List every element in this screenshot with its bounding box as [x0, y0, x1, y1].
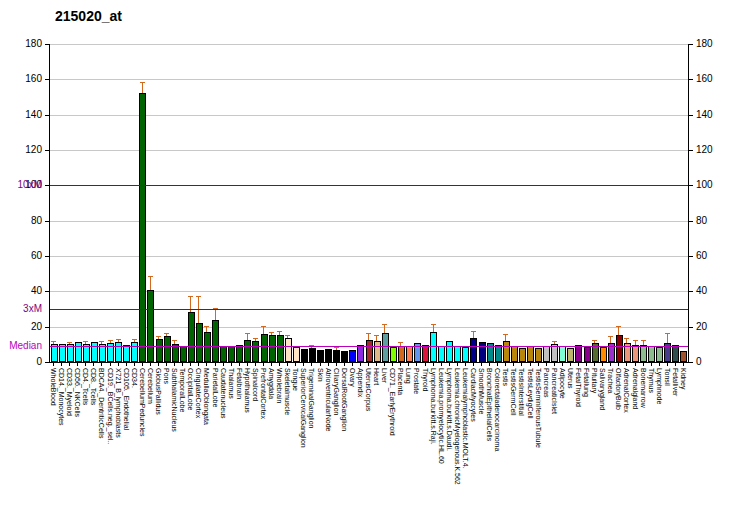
reference-line — [50, 346, 688, 347]
y-tick-label-right: 40 — [696, 285, 726, 296]
x-label: Tongue — [292, 368, 299, 391]
x-tick — [328, 363, 329, 366]
bar — [357, 345, 364, 362]
error-bar-cap — [140, 82, 145, 83]
x-tick — [602, 363, 603, 366]
bar — [656, 347, 663, 362]
error-bar-stem — [279, 332, 280, 335]
x-tick — [505, 363, 506, 366]
x-label: Thalamus — [228, 368, 235, 399]
x-label: DorsalRootGanglion — [341, 368, 348, 431]
bar — [75, 342, 82, 362]
x-label: Uterus — [567, 368, 574, 389]
x-label: Lymphoma.burkitt.s.Raji. — [430, 368, 437, 445]
bar — [567, 348, 574, 362]
bar — [156, 339, 163, 362]
x-label: Thymus — [648, 368, 655, 393]
x-tick — [554, 363, 555, 366]
x-tick — [360, 363, 361, 366]
bar — [293, 347, 300, 362]
error-bar-cap — [552, 341, 557, 342]
x-tick — [425, 363, 426, 366]
x-tick — [626, 363, 627, 366]
x-tick — [473, 363, 474, 366]
x-tick — [118, 363, 119, 366]
x-tick — [651, 363, 652, 366]
bar — [269, 335, 276, 362]
error-bar-stem — [384, 325, 385, 333]
x-label: CD14._Monocytes — [58, 368, 65, 426]
error-bar-stem — [667, 334, 668, 343]
x-tick — [93, 363, 94, 366]
x-tick — [190, 363, 191, 366]
x-label: Pituitary — [591, 368, 598, 393]
error-bar-stem — [505, 335, 506, 341]
bar — [406, 346, 413, 362]
x-tick — [433, 363, 434, 366]
x-label: CingulateCortex — [195, 368, 202, 418]
error-bar-stem — [263, 327, 264, 334]
x-tick — [279, 363, 280, 366]
error-bar-stem — [255, 339, 256, 341]
x-label: Kidney — [680, 368, 687, 389]
x-tick — [578, 363, 579, 366]
bar — [527, 346, 534, 362]
error-bar-cap — [108, 340, 113, 341]
error-bar-stem — [69, 343, 70, 344]
x-tick — [465, 363, 466, 366]
error-bar-stem — [158, 337, 159, 339]
error-bar-stem — [101, 342, 102, 344]
error-bar-cap — [374, 335, 379, 336]
x-label: CerebellumPeduncles — [139, 368, 146, 436]
x-tick — [223, 363, 224, 366]
x-tick — [570, 363, 571, 366]
y-tick-right — [689, 327, 693, 328]
x-label: Salivarygland — [599, 368, 606, 410]
bar — [438, 346, 445, 362]
x-tick — [416, 363, 417, 366]
error-bar-stem — [198, 297, 199, 323]
error-bar-cap — [148, 276, 153, 277]
x-label: BDCA4._DentriticCells — [98, 368, 105, 438]
y-tick-left — [45, 291, 49, 292]
error-bar-cap — [269, 332, 274, 333]
x-tick — [408, 363, 409, 366]
y-tick-right — [689, 79, 693, 80]
x-label: CD34. — [131, 368, 138, 388]
error-bar-stem — [336, 348, 337, 350]
x-label: CD19._BCells.neg._sel.. — [107, 368, 114, 444]
x-tick — [174, 363, 175, 366]
x-label: BronchialEpithelialCells — [486, 368, 493, 441]
x-label: CardiacMyocytes — [470, 368, 477, 422]
x-label: CD4._Tcells — [82, 368, 89, 405]
error-bar-stem — [85, 342, 86, 344]
x-label: Fetallung — [583, 368, 590, 397]
error-bar-cap — [51, 341, 56, 342]
bar — [164, 336, 171, 362]
x-label: Heart — [373, 368, 380, 385]
x-tick — [134, 363, 135, 366]
x-tick — [77, 363, 78, 366]
x-tick — [635, 363, 636, 366]
x-label: SuperiorCervicalGanglion — [300, 368, 307, 448]
error-bar-cap — [83, 341, 88, 342]
x-tick — [384, 363, 385, 366]
x-label: Colorectaladenocarcinoma — [494, 368, 501, 451]
error-bar-stem — [626, 339, 627, 343]
y-tick-right — [689, 256, 693, 257]
bar — [519, 348, 526, 362]
y-tick-label-left: 160 — [0, 73, 42, 84]
bar — [147, 290, 154, 362]
error-bar-stem — [594, 341, 595, 343]
error-bar-stem — [287, 336, 288, 338]
x-label: Lung — [405, 368, 412, 384]
x-tick — [239, 363, 240, 366]
error-bar-stem — [53, 342, 54, 344]
x-label: Wholebrain — [276, 368, 283, 403]
x-label: Skeletalmuscle — [284, 368, 291, 415]
error-bar-cap — [334, 347, 339, 348]
x-tick — [610, 363, 611, 366]
error-bar-stem — [142, 83, 143, 93]
bar — [672, 345, 679, 362]
bar — [139, 93, 146, 362]
